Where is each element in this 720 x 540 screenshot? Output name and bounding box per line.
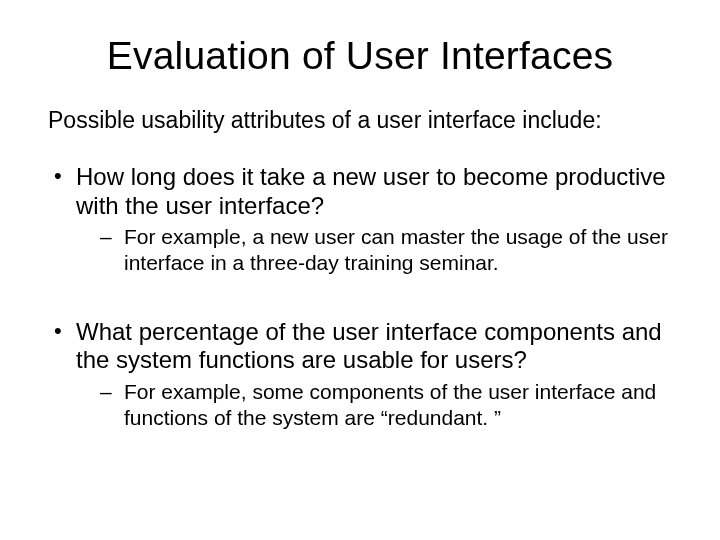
intro-text: Possible usability attributes of a user …	[48, 106, 672, 135]
bullet-list: How long does it take a new user to beco…	[48, 163, 672, 276]
list-item: How long does it take a new user to beco…	[48, 163, 672, 276]
sub-list: For example, a new user can master the u…	[76, 224, 672, 275]
sub-bullet-text: For example, a new user can master the u…	[124, 225, 668, 274]
sub-list: For example, some components of the user…	[76, 379, 672, 430]
list-item: For example, some components of the user…	[96, 379, 672, 430]
bullet-text: What percentage of the user interface co…	[76, 318, 662, 374]
bullet-text: How long does it take a new user to beco…	[76, 163, 666, 219]
slide: Evaluation of User Interfaces Possible u…	[0, 0, 720, 540]
slide-title: Evaluation of User Interfaces	[48, 34, 672, 78]
sub-bullet-text: For example, some components of the user…	[124, 380, 656, 429]
spacer	[48, 300, 672, 318]
bullet-list: What percentage of the user interface co…	[48, 318, 672, 431]
list-item: What percentage of the user interface co…	[48, 318, 672, 431]
list-item: For example, a new user can master the u…	[96, 224, 672, 275]
